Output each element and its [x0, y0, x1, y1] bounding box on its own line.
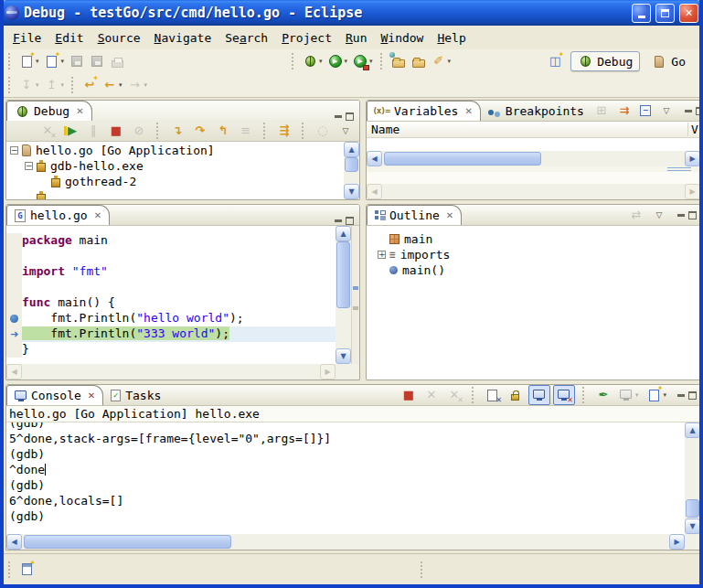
remove-all-terminated-button[interactable]: ✕✕: [37, 121, 58, 141]
close-button[interactable]: ✕: [679, 4, 698, 23]
previous-annotation-button[interactable]: ↥▾: [42, 75, 68, 95]
toolbar-drag-handle[interactable]: [8, 53, 12, 69]
collapse-all-button[interactable]: −: [637, 101, 654, 121]
resume-button[interactable]: ▶: [60, 121, 80, 141]
minimize-view-icon[interactable]: [335, 115, 342, 118]
close-tab-icon[interactable]: ✕: [88, 390, 95, 401]
scroll-up-icon[interactable]: ▲: [685, 422, 700, 438]
variables-table[interactable]: [367, 138, 700, 151]
scroll-left-icon[interactable]: ◀: [6, 364, 22, 380]
tree-row[interactable]: −hello.go [Go Application]: [6, 143, 344, 158]
next-annotation-button[interactable]: ↧▾: [16, 75, 42, 95]
toolbar-drag-handle[interactable]: [8, 77, 12, 93]
maximize-view-icon[interactable]: [696, 107, 701, 115]
scroll-down-icon[interactable]: ▼: [685, 519, 700, 534]
tab-editor-hello-go[interactable]: hello.go ✕: [6, 205, 110, 225]
console-terminate-button[interactable]: ■: [399, 385, 419, 405]
open-resource-button[interactable]: [389, 51, 409, 71]
view-menu-button[interactable]: ▽: [656, 101, 676, 121]
scroll-right-icon[interactable]: ▶: [320, 364, 336, 380]
view-menu-button[interactable]: ▽: [336, 121, 356, 141]
close-tab-icon[interactable]: ✕: [446, 210, 453, 220]
console-text[interactable]: (gdb)5^done,stack-args=[frame={level="0"…: [6, 422, 685, 525]
statusbar-drag-handle[interactable]: [8, 561, 12, 578]
debug-tree-scrollbar[interactable]: ▲ ▼: [344, 142, 359, 199]
menu-item-file[interactable]: File: [7, 28, 49, 48]
code-text[interactable]: }: [22, 342, 336, 358]
scroll-right-icon[interactable]: ▶: [669, 534, 685, 550]
tab-tasks[interactable]: Tasks: [103, 385, 168, 405]
step-filters-button[interactable]: ≡: [236, 121, 256, 141]
tree-expander-icon[interactable]: −: [25, 162, 33, 170]
scroll-thumb[interactable]: [345, 157, 358, 172]
code-text[interactable]: fmt.Println("hello world");: [22, 311, 336, 326]
console-vscrollbar[interactable]: ▲ ▼: [685, 422, 700, 534]
column-name[interactable]: Name: [367, 123, 687, 136]
detail-pane-hscrollbar[interactable]: ◀ ▶: [367, 184, 700, 199]
minimize-button[interactable]: [632, 4, 651, 23]
scroll-up-icon[interactable]: ▲: [336, 226, 351, 241]
clear-console-button[interactable]: ✕: [483, 385, 503, 405]
remove-launch-button[interactable]: ✕: [421, 385, 442, 405]
scroll-right-icon[interactable]: ▶: [685, 184, 700, 199]
fast-view-button[interactable]: ✦: [16, 560, 37, 580]
show-type-names-button[interactable]: ⊞: [591, 101, 612, 121]
minimize-view-icon[interactable]: [677, 214, 685, 217]
print-button[interactable]: [107, 51, 127, 71]
scroll-down-icon[interactable]: ▼: [336, 348, 351, 364]
maximize-view-icon[interactable]: [346, 112, 354, 121]
column-value[interactable]: V: [687, 123, 700, 136]
menu-item-project[interactable]: Project: [276, 28, 340, 48]
variables-detail-pane[interactable]: [367, 172, 700, 184]
display-console-button[interactable]: ▾: [616, 385, 642, 405]
overview-ruler[interactable]: [351, 226, 359, 364]
maximize-view-icon[interactable]: [688, 211, 697, 219]
view-menu-button[interactable]: ▽: [649, 205, 669, 225]
scroll-thumb[interactable]: [24, 535, 231, 549]
menu-item-navigate[interactable]: Navigate: [149, 28, 220, 48]
maximize-view-icon[interactable]: [346, 217, 354, 225]
code-text[interactable]: [22, 280, 336, 295]
tree-row[interactable]: gothread-2: [6, 174, 344, 189]
last-edit-location-button[interactable]: ↩✦: [80, 75, 100, 95]
tree-row[interactable]: [6, 189, 344, 199]
toolbar-drag-handle[interactable]: [71, 77, 75, 93]
maximize-button[interactable]: [655, 4, 675, 23]
link-with-editor-button[interactable]: ⇄: [626, 205, 646, 225]
toolbar-drag-handle[interactable]: [292, 53, 295, 69]
scroll-lock-button[interactable]: [506, 385, 526, 405]
tree-row[interactable]: main(): [374, 262, 700, 278]
open-console-button[interactable]: ✦▾: [644, 385, 669, 405]
annotate-button[interactable]: ✐▾: [429, 51, 454, 71]
disconnect-button[interactable]: ⊘: [129, 121, 149, 141]
menu-item-window[interactable]: Window: [375, 28, 431, 48]
external-tools-button[interactable]: ▾: [350, 51, 376, 71]
minimize-view-icon[interactable]: [677, 394, 685, 397]
code-text[interactable]: import "fmt": [22, 264, 336, 280]
tree-row[interactable]: −gdb-hello.exe: [6, 158, 344, 174]
perspective-go-button[interactable]: Go: [645, 52, 692, 70]
code-text[interactable]: package main: [22, 233, 336, 249]
step-return-button[interactable]: ↰: [213, 121, 233, 141]
debug-tree[interactable]: −hello.go [Go Application]−gdb-hello.exe…: [6, 142, 344, 199]
save-button[interactable]: [67, 51, 87, 71]
code-text[interactable]: func main() {: [22, 295, 336, 311]
tab-variables[interactable]: (x)= Variables ✕: [367, 101, 481, 121]
code-text[interactable]: fmt.Println("333 world");: [22, 326, 336, 342]
tab-breakpoints[interactable]: Breakpoints: [481, 101, 591, 121]
open-perspective-button[interactable]: ◫✦: [545, 51, 565, 71]
scroll-right-icon[interactable]: ▶: [685, 151, 700, 166]
show-stdout-button[interactable]: [528, 385, 550, 405]
show-stderr-button[interactable]: ✕: [553, 385, 575, 405]
scroll-up-icon[interactable]: ▲: [344, 142, 359, 157]
scroll-left-icon[interactable]: ◀: [6, 534, 22, 550]
tree-expander-icon[interactable]: +: [378, 251, 386, 259]
step-into-button[interactable]: ↴: [167, 121, 187, 141]
minimize-view-icon[interactable]: [685, 110, 692, 112]
editor-vscrollbar[interactable]: ▲ ▼: [336, 226, 351, 364]
console-hscrollbar[interactable]: ◀ ▶: [6, 534, 685, 550]
minimize-view-icon[interactable]: [335, 219, 342, 222]
perspective-debug-button[interactable]: Debug: [570, 51, 640, 71]
menu-item-search[interactable]: Search: [219, 28, 276, 48]
new-go-project-button[interactable]: ✦▾: [42, 51, 68, 71]
